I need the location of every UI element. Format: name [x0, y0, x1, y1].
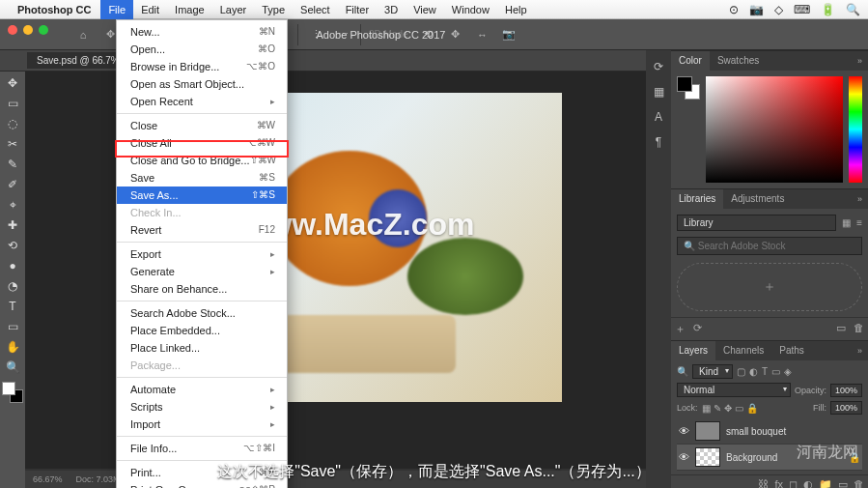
color-field-picker[interactable] — [706, 76, 843, 183]
layer-name[interactable]: Background — [726, 452, 777, 463]
menu-edit[interactable]: Edit — [133, 0, 167, 19]
menu-type[interactable]: Type — [254, 0, 293, 19]
marquee-tool[interactable]: ▭ — [2, 94, 23, 113]
new-layer-icon[interactable]: ▭ — [838, 478, 848, 488]
color-tab[interactable]: Color — [671, 51, 710, 71]
layer-style-icon[interactable]: fx — [774, 478, 783, 488]
new-library-icon[interactable]: ▭ — [836, 322, 846, 336]
fill-value[interactable]: 100% — [830, 401, 862, 415]
menu-item-print-one-copy[interactable]: Print One Copy⌥⇧⌘P — [117, 481, 287, 488]
character-panel-icon[interactable]: A — [650, 108, 667, 126]
hand-tool[interactable]: ✋ — [2, 337, 23, 357]
brush-tool[interactable]: ✐ — [2, 175, 23, 194]
clone-tool[interactable]: ⌖ — [2, 195, 23, 215]
menu-item-save[interactable]: Save⌘S — [117, 169, 287, 187]
foreground-color-swatch[interactable] — [2, 382, 15, 395]
filter-adjustment-icon[interactable]: ◐ — [749, 366, 758, 377]
paths-tab[interactable]: Paths — [771, 341, 812, 360]
menu-item-close-and-go-to-bridge[interactable]: Close and Go to Bridge...⇧⌘W — [117, 152, 287, 169]
menu-item-open-recent[interactable]: Open Recent — [117, 93, 287, 110]
menu-item-share-on-behance[interactable]: Share on Behance... — [117, 280, 287, 298]
menu-help[interactable]: Help — [497, 0, 535, 19]
menu-item-place-linked[interactable]: Place Linked... — [117, 339, 287, 357]
healing-tool[interactable]: ✚ — [2, 215, 23, 235]
menu-item-revert[interactable]: RevertF12 — [117, 221, 287, 239]
filter-smart-icon[interactable]: ◈ — [784, 366, 792, 377]
layer-item[interactable]: 👁 Background 🔒 — [677, 445, 862, 471]
layer-lock-icon[interactable]: 🔒 — [849, 452, 860, 463]
move-tool[interactable]: ✥ — [2, 73, 23, 93]
color-swatch-toggle[interactable] — [2, 382, 23, 403]
zoom-tool[interactable]: 🔍 — [2, 358, 23, 377]
layer-filter-kind-dropdown[interactable]: Kind — [692, 364, 733, 379]
menu-item-file-info[interactable]: File Info...⌥⇧⌘I — [117, 440, 287, 457]
menu-image[interactable]: Image — [167, 0, 212, 19]
menu-item-close[interactable]: Close⌘W — [117, 117, 287, 134]
3d-pan-icon[interactable]: ✥ — [445, 25, 464, 44]
adjustments-tab[interactable]: Adjustments — [723, 189, 792, 209]
lock-all-icon[interactable]: 🔒 — [746, 403, 758, 414]
opacity-value[interactable]: 100% — [830, 384, 862, 397]
adjustment-layer-icon[interactable]: ◐ — [803, 478, 813, 488]
menu-item-search-adobe-stock[interactable]: Search Adobe Stock... — [117, 304, 287, 322]
group-icon[interactable]: 📁 — [819, 478, 832, 488]
menu-item-open-as-smart-object[interactable]: Open as Smart Object... — [117, 75, 287, 93]
layer-visibility-icon[interactable]: 👁 — [679, 451, 689, 463]
color-swatch-pair[interactable] — [677, 76, 700, 100]
shape-tool[interactable]: ▭ — [2, 317, 23, 336]
blend-mode-dropdown[interactable]: Normal — [677, 383, 791, 397]
layer-mask-icon[interactable]: ◻ — [789, 478, 798, 488]
zoom-level[interactable]: 66.67% — [33, 474, 63, 484]
home-icon[interactable]: ⌂ — [73, 25, 93, 44]
menu-item-export[interactable]: Export — [117, 245, 287, 263]
3d-orbit-icon[interactable]: ⟲ — [418, 25, 437, 44]
panel-collapse-icon[interactable]: » — [852, 56, 868, 66]
layer-name[interactable]: small bouquet — [726, 426, 786, 437]
filter-icon[interactable]: 🔍 — [677, 366, 688, 377]
delete-layer-icon[interactable]: 🗑 — [854, 478, 864, 488]
menu-view[interactable]: View — [406, 0, 444, 19]
lock-paint-icon[interactable]: ✎ — [714, 403, 721, 414]
channels-tab[interactable]: Channels — [715, 341, 771, 360]
3d-camera-icon[interactable]: 📷 — [499, 25, 518, 44]
filter-shape-icon[interactable]: ▭ — [771, 366, 780, 377]
library-dropdown[interactable]: Library — [677, 215, 836, 231]
library-view-icon[interactable]: ▦ — [842, 217, 851, 228]
menu-item-browse-in-bridge[interactable]: Browse in Bridge...⌥⌘O — [117, 58, 287, 75]
properties-panel-icon[interactable]: ▦ — [650, 83, 667, 100]
menu-file[interactable]: File — [100, 0, 133, 19]
menu-filter[interactable]: Filter — [338, 0, 377, 19]
history-panel-icon[interactable]: ⟳ — [650, 58, 667, 75]
menu-window[interactable]: Window — [444, 0, 497, 19]
menu-3d[interactable]: 3D — [377, 0, 406, 19]
dodge-tool[interactable]: ◔ — [2, 276, 23, 296]
gradient-tool[interactable]: ● — [2, 256, 23, 275]
menu-select[interactable]: Select — [293, 0, 338, 19]
panel-collapse-icon[interactable]: » — [852, 346, 868, 356]
zoom-window-button[interactable] — [39, 25, 48, 35]
swatches-tab[interactable]: Swatches — [710, 51, 767, 71]
menu-item-new[interactable]: New...⌘N — [117, 23, 287, 41]
library-list-icon[interactable]: ≡ — [856, 217, 862, 228]
delete-library-icon[interactable]: 🗑 — [854, 322, 864, 336]
history-brush-tool[interactable]: ⟲ — [2, 236, 23, 255]
app-name[interactable]: Photoshop CC — [17, 4, 91, 15]
menu-item-automate[interactable]: Automate — [117, 381, 287, 398]
crop-tool[interactable]: ✂ — [2, 134, 23, 154]
lock-position-icon[interactable]: ✥ — [724, 403, 732, 414]
menu-item-print[interactable]: Print...⌘P — [117, 464, 287, 481]
filter-type-icon[interactable]: T — [762, 366, 768, 377]
layer-visibility-icon[interactable]: 👁 — [679, 425, 689, 437]
menu-item-scripts[interactable]: Scripts — [117, 398, 287, 416]
menu-layer[interactable]: Layer — [212, 0, 255, 19]
layer-thumbnail[interactable] — [695, 421, 720, 441]
type-tool[interactable]: T — [2, 297, 23, 316]
spotlight-icon[interactable]: 🔍 — [846, 3, 860, 16]
menu-item-generate[interactable]: Generate — [117, 263, 287, 280]
sync-icon[interactable]: ⟳ — [693, 322, 702, 336]
layers-tab[interactable]: Layers — [671, 341, 715, 360]
distribute-icon[interactable]: ⋯ — [333, 25, 352, 44]
lock-artboard-icon[interactable]: ▭ — [735, 403, 743, 414]
filter-pixel-icon[interactable]: ▢ — [737, 366, 745, 377]
minimize-window-button[interactable] — [23, 25, 33, 35]
